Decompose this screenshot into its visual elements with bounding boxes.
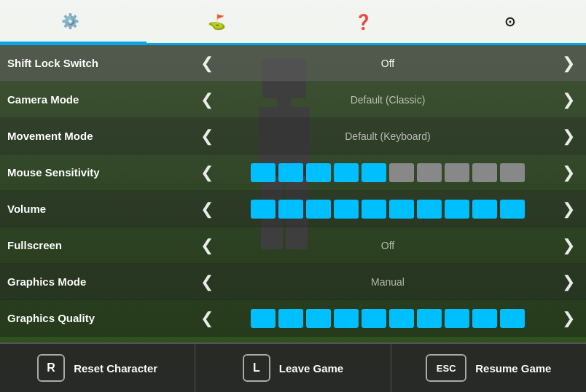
arrow-right-camera-mode[interactable]: ❯	[558, 90, 579, 109]
block-volume-0	[251, 200, 276, 219]
block-graphics-quality-9	[500, 309, 525, 328]
setting-value-graphics-mode: Manual	[222, 276, 554, 288]
block-graphics-quality-4	[362, 309, 386, 328]
block-graphics-quality-7	[445, 309, 469, 328]
nav-item-settings[interactable]: ⚙️	[0, 1, 146, 44]
block-volume-8	[472, 200, 497, 219]
nav-item-record[interactable]: ⊙	[440, 1, 586, 44]
setting-value-camera-mode: Default (Classic)	[222, 94, 554, 106]
setting-row-volume: Volume❮❯	[0, 191, 586, 227]
record-icon: ⊙	[504, 14, 515, 30]
slider-graphics-quality	[222, 309, 554, 328]
block-graphics-quality-5	[389, 309, 414, 328]
nav-item-help[interactable]: ❓	[293, 1, 440, 44]
block-mouse-sensitivity-7	[445, 163, 469, 182]
settings-area: Shift Lock Switch❮Off❯Camera Mode❮Defaul…	[0, 45, 586, 342]
block-graphics-quality-2	[306, 309, 331, 328]
block-volume-7	[445, 200, 469, 219]
slider-volume	[222, 200, 554, 219]
btn-label-resume: Resume Game	[475, 362, 551, 375]
setting-row-fullscreen: Fullscreen❮Off❯	[0, 227, 586, 264]
setting-control-volume: ❮❯	[197, 200, 579, 219]
setting-label-movement-mode: Movement Mode	[7, 130, 197, 142]
main-panel: ⚙️ ⛳ ❓ ⊙ Shift Lock Switch❮Off❯Camera Mo…	[0, 0, 586, 392]
setting-control-fullscreen: ❮Off❯	[197, 236, 579, 255]
setting-control-movement-mode: ❮Default (Keyboard)❯	[197, 127, 579, 146]
arrow-left-camera-mode[interactable]: ❮	[197, 90, 217, 109]
block-volume-2	[306, 200, 331, 219]
arrow-right-mouse-sensitivity[interactable]: ❯	[558, 163, 579, 182]
arrow-left-shift-lock[interactable]: ❮	[197, 54, 217, 73]
block-volume-1	[278, 200, 303, 219]
setting-label-graphics-mode: Graphics Mode	[7, 275, 197, 288]
block-mouse-sensitivity-0	[251, 163, 276, 182]
setting-value-movement-mode: Default (Keyboard)	[222, 130, 554, 142]
setting-label-camera-mode: Camera Mode	[7, 93, 197, 106]
block-graphics-quality-6	[417, 309, 442, 328]
setting-value-shift-lock: Off	[222, 58, 554, 69]
report-icon: ⛳	[208, 13, 226, 31]
key-badge-resume: ESC	[426, 354, 466, 382]
block-graphics-quality-3	[334, 309, 359, 328]
bottom-btn-leave[interactable]: LLeave Game	[195, 344, 391, 392]
btn-label-reset: Reset Character	[74, 362, 157, 375]
block-mouse-sensitivity-3	[334, 163, 359, 182]
setting-label-fullscreen: Fullscreen	[7, 239, 197, 251]
setting-row-shift-lock: Shift Lock Switch❮Off❯	[0, 45, 586, 82]
arrow-left-movement-mode[interactable]: ❮	[197, 127, 217, 146]
block-graphics-quality-1	[278, 309, 303, 328]
setting-label-mouse-sensitivity: Mouse Sensitivity	[7, 166, 197, 179]
setting-control-mouse-sensitivity: ❮❯	[197, 163, 579, 182]
setting-control-camera-mode: ❮Default (Classic)❯	[197, 90, 579, 109]
arrow-right-graphics-quality[interactable]: ❯	[558, 309, 579, 328]
setting-label-shift-lock: Shift Lock Switch	[7, 57, 197, 69]
block-mouse-sensitivity-4	[362, 163, 386, 182]
bottom-bar: RReset CharacterLLeave GameESCResume Gam…	[0, 342, 586, 392]
arrow-left-mouse-sensitivity[interactable]: ❮	[197, 163, 217, 182]
arrow-right-movement-mode[interactable]: ❯	[558, 127, 579, 146]
block-mouse-sensitivity-2	[306, 163, 331, 182]
block-mouse-sensitivity-9	[500, 163, 525, 182]
block-volume-3	[334, 200, 359, 219]
setting-row-mouse-sensitivity: Mouse Sensitivity❮❯	[0, 154, 586, 191]
block-volume-9	[500, 200, 525, 219]
arrow-left-volume[interactable]: ❮	[197, 200, 217, 219]
key-badge-reset: R	[37, 354, 65, 382]
block-mouse-sensitivity-6	[417, 163, 442, 182]
btn-label-leave: Leave Game	[279, 362, 343, 375]
arrow-left-graphics-quality[interactable]: ❮	[197, 309, 217, 328]
setting-control-graphics-mode: ❮Manual❯	[197, 273, 579, 291]
arrow-right-graphics-mode[interactable]: ❯	[558, 273, 579, 291]
top-nav: ⚙️ ⛳ ❓ ⊙	[0, 0, 586, 45]
help-icon: ❓	[354, 13, 372, 31]
block-mouse-sensitivity-5	[389, 163, 414, 182]
setting-label-volume: Volume	[7, 203, 197, 215]
setting-label-graphics-quality: Graphics Quality	[7, 312, 197, 324]
bottom-btn-resume[interactable]: ESCResume Game	[391, 344, 586, 392]
block-volume-6	[417, 200, 442, 219]
arrow-right-fullscreen[interactable]: ❯	[558, 236, 579, 255]
block-mouse-sensitivity-1	[278, 163, 303, 182]
setting-control-shift-lock: ❮Off❯	[197, 54, 579, 73]
key-badge-leave: L	[243, 354, 270, 382]
arrow-right-shift-lock[interactable]: ❯	[558, 54, 579, 73]
block-mouse-sensitivity-8	[472, 163, 497, 182]
slider-mouse-sensitivity	[222, 163, 554, 182]
setting-value-fullscreen: Off	[222, 240, 554, 251]
block-graphics-quality-0	[251, 309, 276, 328]
setting-row-graphics-mode: Graphics Mode❮Manual❯	[0, 264, 586, 300]
arrow-right-volume[interactable]: ❯	[558, 200, 579, 219]
setting-row-camera-mode: Camera Mode❮Default (Classic)❯	[0, 82, 586, 118]
bottom-btn-reset[interactable]: RReset Character	[0, 344, 195, 392]
nav-item-report[interactable]: ⛳	[146, 1, 293, 44]
block-volume-5	[389, 200, 414, 219]
setting-control-graphics-quality: ❮❯	[197, 309, 579, 328]
arrow-left-graphics-mode[interactable]: ❮	[197, 273, 217, 291]
block-volume-4	[362, 200, 386, 219]
block-graphics-quality-8	[472, 309, 497, 328]
setting-row-movement-mode: Movement Mode❮Default (Keyboard)❯	[0, 118, 586, 154]
settings-icon: ⚙️	[61, 12, 79, 30]
setting-row-graphics-quality: Graphics Quality❮❯	[0, 300, 586, 337]
arrow-left-fullscreen[interactable]: ❮	[197, 236, 217, 255]
